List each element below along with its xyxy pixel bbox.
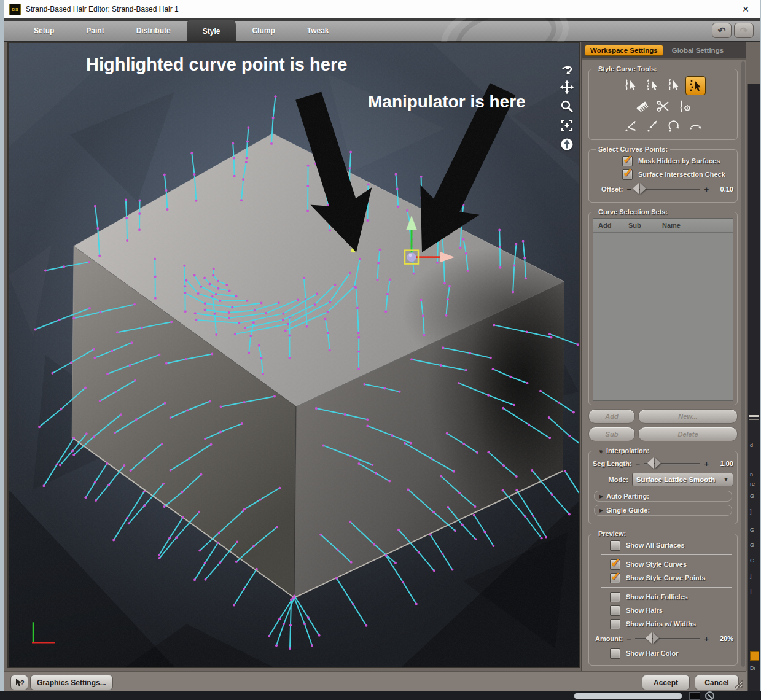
show-hair-follicles-row[interactable]: Show Hair Follicles xyxy=(610,590,733,604)
single-guide-section[interactable]: ▶ Single Guide: xyxy=(594,505,732,516)
seg-length-slider[interactable] xyxy=(644,463,700,465)
surface-intersection-checkbox[interactable] xyxy=(622,169,633,180)
amount-slider-handle[interactable] xyxy=(646,632,659,644)
aim-icon[interactable] xyxy=(559,136,575,152)
checkbox[interactable] xyxy=(610,605,620,616)
close-icon[interactable]: ✕ xyxy=(740,4,751,15)
help-cursor-button[interactable]: ? xyxy=(10,675,28,690)
show-style-curve-points-row[interactable]: Show Style Curve Points xyxy=(610,571,733,585)
amount-label: Amount: xyxy=(595,635,623,642)
offset-slider[interactable] xyxy=(635,189,700,190)
slider-increment[interactable]: + xyxy=(704,459,709,469)
frame-icon[interactable] xyxy=(559,117,575,133)
background-text-fragment: re xyxy=(750,481,755,487)
checkbox[interactable] xyxy=(610,559,620,570)
preview-title: Preview: xyxy=(596,530,628,537)
style-curve-tools-group: Style Curve Tools: xyxy=(588,65,738,140)
accept-button[interactable]: Accept xyxy=(642,675,690,690)
title-bar[interactable]: DS Strand-Based Hair Editor: Strand-Base… xyxy=(4,0,760,19)
new-button[interactable]: New... xyxy=(638,409,738,424)
background-text-fragment: G xyxy=(750,542,754,548)
checkbox[interactable] xyxy=(610,573,620,583)
show-hairs-row[interactable]: Show Hairs xyxy=(610,604,733,617)
tab-global-settings[interactable]: Global Settings xyxy=(672,47,724,54)
background-text-fragment: ] xyxy=(750,508,752,515)
checkbox[interactable] xyxy=(610,540,620,551)
tab-workspace-settings[interactable]: Workspace Settings xyxy=(585,45,663,56)
slider-decrement[interactable]: − xyxy=(636,459,641,469)
curl-curve-tool[interactable] xyxy=(665,117,684,134)
3d-viewport[interactable]: Highlighted curve point is here Manipula… xyxy=(7,42,580,668)
show-style-curves-row[interactable]: Show Style Curves xyxy=(610,558,733,571)
orbit-icon[interactable] xyxy=(559,60,575,76)
amount-value: 20% xyxy=(712,635,733,642)
resize-grip[interactable] xyxy=(733,678,744,689)
checkbox[interactable] xyxy=(610,619,620,629)
background-fragment xyxy=(750,651,759,661)
offset-slider-handle[interactable] xyxy=(633,183,646,195)
sub-button[interactable]: Sub xyxy=(588,427,635,441)
seg-length-slider-handle[interactable] xyxy=(647,457,661,469)
tab-style[interactable]: Style xyxy=(187,20,236,41)
show-all-surfaces-row[interactable]: Show All Surfaces xyxy=(610,539,733,552)
tab-clump[interactable]: Clump xyxy=(236,21,291,41)
bend-curve-tool[interactable] xyxy=(686,117,705,134)
move-point-tool[interactable] xyxy=(622,117,641,134)
column-header-name[interactable]: Name xyxy=(657,219,733,232)
interpolation-header[interactable]: ▼Interpolation: xyxy=(596,447,652,454)
background-text-fragment: ] xyxy=(750,588,752,594)
checkbox[interactable] xyxy=(610,592,620,602)
curve-selection-sets-table[interactable]: Add Sub Name xyxy=(593,218,733,401)
slider-decrement[interactable]: − xyxy=(626,185,631,194)
checkbox-label: Surface Intersection Check xyxy=(638,171,725,178)
panel-scrollbar[interactable] xyxy=(741,61,745,667)
tab-setup[interactable]: Setup xyxy=(18,21,70,41)
chevron-down-icon[interactable]: ▼ xyxy=(719,474,733,485)
comb-tool[interactable] xyxy=(632,97,651,115)
zoom-icon[interactable] xyxy=(559,98,575,114)
mode-label: Mode: xyxy=(593,476,628,483)
style-select-points-grid-tool[interactable] xyxy=(685,76,706,95)
curve-options-tool[interactable] xyxy=(675,97,694,115)
background-text-fragment: G xyxy=(750,558,754,564)
svg-text:?: ? xyxy=(20,679,25,686)
tab-tweak[interactable]: Tweak xyxy=(291,21,345,41)
redo-icon[interactable]: ↷ xyxy=(734,23,754,38)
strand-hair-editor-window: DS Strand-Based Hair Editor: Strand-Base… xyxy=(4,0,760,691)
background-fragment xyxy=(705,691,714,700)
mask-hidden-checkbox-row[interactable]: Mask Hidden by Surfaces xyxy=(622,154,733,168)
expand-arrow-icon: ▶ xyxy=(599,494,603,499)
checkbox-label: Show All Surfaces xyxy=(626,542,685,549)
tab-row: SetupPaintDistributeStyleClumpTweak xyxy=(4,21,760,42)
scissors-tool[interactable] xyxy=(654,97,673,115)
auto-parting-section[interactable]: ▶ Auto Parting: xyxy=(594,491,732,502)
column-header-sub[interactable]: Sub xyxy=(623,219,657,232)
column-header-add[interactable]: Add xyxy=(593,219,623,232)
slider-increment[interactable]: + xyxy=(704,634,709,644)
surface-intersection-checkbox-row[interactable]: Surface Intersection Check xyxy=(622,168,733,181)
mask-hidden-checkbox[interactable] xyxy=(622,156,633,166)
tab-distribute[interactable]: Distribute xyxy=(120,21,187,41)
curve-selection-sets-empty-body[interactable] xyxy=(593,233,733,400)
pan-icon[interactable] xyxy=(559,79,575,95)
slider-increment[interactable]: + xyxy=(704,185,709,194)
style-select-points-tool[interactable] xyxy=(664,76,683,94)
footer-bar: ? Graphics Settings... Accept Cancel xyxy=(4,671,746,691)
undo-icon[interactable]: ↶ xyxy=(712,23,732,38)
mode-dropdown-value: Surface Lattice Smooth xyxy=(633,476,719,483)
slider-decrement[interactable]: − xyxy=(626,634,631,644)
extend-curve-tool[interactable] xyxy=(643,117,662,134)
mode-dropdown[interactable]: Surface Lattice Smooth ▼ xyxy=(632,473,733,486)
show-hairs-w-widths-row[interactable]: Show Hairs w/ Widths xyxy=(610,617,733,631)
tab-header: SetupPaintDistributeStyleClumpTweak ↶ ↷ xyxy=(4,18,760,42)
show-hair-color-row[interactable]: Show Hair Color xyxy=(610,647,733,660)
style-select-tool[interactable] xyxy=(621,76,640,94)
delete-button[interactable]: Delete xyxy=(638,427,738,441)
tab-paint[interactable]: Paint xyxy=(70,21,120,41)
amount-slider[interactable] xyxy=(635,638,701,640)
style-select-soft-tool[interactable] xyxy=(642,76,661,94)
background-fragment xyxy=(574,693,682,699)
add-button[interactable]: Add xyxy=(588,409,635,424)
graphics-settings-button[interactable]: Graphics Settings... xyxy=(30,675,113,690)
show-hair-color-checkbox[interactable] xyxy=(610,648,620,659)
